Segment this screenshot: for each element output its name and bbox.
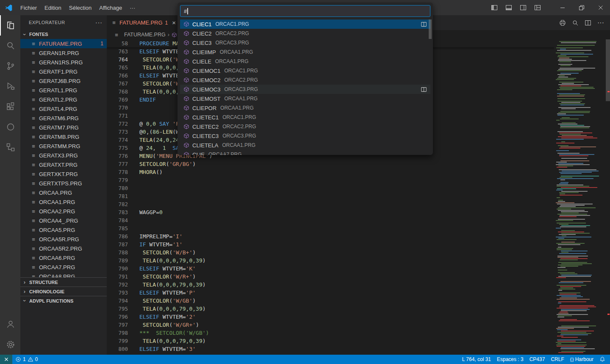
line-number[interactable]: 777 — [107, 160, 128, 168]
toggle-panel-icon[interactable] — [503, 2, 515, 13]
menu-item-3[interactable]: Affichage — [95, 0, 126, 15]
split-editor-icon[interactable] — [585, 19, 591, 26]
editor-scrollbar[interactable] — [606, 39, 610, 355]
explorer-more-actions-icon[interactable]: ··· — [95, 19, 103, 26]
file-item[interactable]: ≡ORCAA5R.PRG — [20, 234, 107, 244]
file-item[interactable]: ≡GERATJ6B.PRG — [20, 76, 107, 85]
quickpick-item[interactable]: CLIEC3ORCAC3.PRG — [180, 38, 430, 47]
quickpick-item[interactable]: CLIETEC3ORCAC3.PRG — [180, 131, 430, 141]
file-item[interactable]: ≡GERATX3.PRG — [20, 151, 107, 160]
menu-item-4[interactable]: ··· — [126, 0, 139, 15]
line-number[interactable]: 785 — [107, 224, 128, 232]
quickpick-item[interactable]: CLIEIIMPORCAA1.PRG — [180, 47, 430, 57]
print-icon[interactable] — [559, 19, 566, 26]
section-fontes[interactable]: › FONTES — [20, 30, 107, 39]
line-number[interactable]: 793 — [107, 289, 128, 297]
line-number[interactable]: 771 — [107, 112, 128, 120]
line-number[interactable]: 778 — [107, 168, 128, 176]
line-number[interactable]: 765 — [107, 63, 128, 72]
line-number[interactable]: 799 — [107, 337, 128, 345]
code-line[interactable]: 788 SETCOLOR('W/B+') — [107, 248, 554, 256]
line-number[interactable]: 790 — [107, 265, 128, 273]
code-line[interactable]: 777SETCOLOR('GR/BG') — [107, 160, 554, 168]
code-line[interactable]: 787IF WTVTEM='1' — [107, 240, 554, 248]
cursor-position[interactable]: L 764, col 31 — [459, 355, 494, 364]
code-line[interactable]: 778MHORA() — [107, 168, 554, 176]
code-line[interactable]: 784 — [107, 216, 554, 224]
line-number[interactable]: 787 — [107, 240, 128, 248]
hierarchy-icon[interactable] — [0, 137, 20, 157]
code-line[interactable]: 790ELSEIF WTVTEM='K' — [107, 265, 554, 273]
line-number[interactable]: 795 — [107, 305, 128, 313]
code-line[interactable]: 786IMPRELIMP='I' — [107, 232, 554, 240]
file-item[interactable]: ≡GERTXKT.PRG — [20, 169, 107, 179]
code-line[interactable]: 793ELSEIF WTVTEM='P' — [107, 289, 554, 297]
line-number[interactable]: 774 — [107, 136, 128, 144]
code-line[interactable]: 795 TELA(0,0,0,79,0,39) — [107, 305, 554, 313]
file-item[interactable]: ≡GERATMB.PRG — [20, 132, 107, 141]
line-number[interactable]: 773 — [107, 128, 128, 136]
code-line[interactable]: 781 — [107, 192, 554, 200]
line-number[interactable]: 769 — [107, 96, 128, 104]
line-number[interactable]: 782 — [107, 200, 128, 208]
line-number[interactable]: 796 — [107, 313, 128, 321]
source-control-icon[interactable] — [0, 56, 20, 76]
section-structure[interactable]: › STRUCTURE — [20, 277, 107, 287]
toggle-secondary-sidebar-icon[interactable] — [517, 2, 529, 13]
quickpick-scrollbar[interactable] — [429, 19, 432, 39]
section-advpl-functions[interactable]: › ADVPL FUNCTIONS — [20, 296, 107, 305]
quickpick-item[interactable]: CLIELEORCAA1.PRG — [180, 57, 430, 66]
quickpick-item[interactable]: CLIEMOC1ORCAC1.PRG — [180, 66, 430, 75]
file-item[interactable]: ≡FATURAME.PRG1 — [20, 39, 107, 48]
menu-item-2[interactable]: Sélection — [65, 0, 95, 15]
file-item[interactable]: ≡ORCAA5R2.PRG — [20, 244, 107, 253]
eol-status[interactable]: CRLF — [548, 355, 567, 364]
code-line[interactable]: 798*** SETCOLOR('W/GB') — [107, 329, 554, 337]
quickpick-item[interactable]: CLIETELAORCAA1.PRG — [180, 141, 430, 150]
file-item[interactable]: ≡ORCAA7.PRG — [20, 262, 107, 272]
file-item[interactable]: ≡GERATM7.PRG — [20, 123, 107, 132]
tab-faturame[interactable]: ≡ FATURAME.PRG 1 × — [107, 15, 180, 30]
line-number[interactable]: 770 — [107, 104, 128, 112]
file-item[interactable]: ≡GERATXT.PRG — [20, 160, 107, 169]
minimize-button[interactable] — [553, 0, 572, 15]
line-number[interactable]: 766 — [107, 72, 128, 80]
quickpick-item[interactable]: CLIEORCAA7.PRG — [180, 150, 430, 155]
file-item[interactable]: ≡GERATL1.PRG — [20, 85, 107, 95]
line-number[interactable]: 798 — [107, 329, 128, 337]
quickpick-item[interactable]: CLIEMOSTORCAA1.PRG — [180, 94, 430, 103]
quickpick-item[interactable]: CLIEC1ORCAC1.PRG — [180, 19, 430, 29]
file-item[interactable]: ≡ORCAA6.PRG — [20, 253, 107, 262]
quickpick-item[interactable]: CLIEC2ORCAC2.PRG — [180, 29, 430, 38]
settings-gear-icon[interactable] — [0, 334, 20, 355]
code-line[interactable]: 794 SETCOLOR('W/GB') — [107, 297, 554, 305]
code-line[interactable]: 783WAGGP=0 — [107, 208, 554, 216]
quickpick-item[interactable]: CLIEMOC2ORCAC2.PRG — [180, 75, 430, 85]
file-item[interactable]: ≡GERAN1RS.PRG — [20, 58, 107, 67]
run-debug-icon[interactable] — [0, 76, 20, 97]
account-icon[interactable] — [0, 314, 20, 334]
line-number[interactable]: 789 — [107, 256, 128, 265]
quickpick-item[interactable]: CLIETEC2ORCAC2.PRG — [180, 122, 430, 131]
more-actions-icon[interactable]: ··· — [597, 19, 604, 27]
file-item[interactable]: ≡GERAN1R.PRG — [20, 48, 107, 58]
encoding-status[interactable]: CP437 — [527, 355, 548, 364]
file-item[interactable]: ≡ORCAA8.PRG — [20, 272, 107, 277]
line-number[interactable]: 767 — [107, 80, 128, 88]
line-number[interactable]: 792 — [107, 281, 128, 289]
extensions-icon[interactable] — [0, 97, 20, 117]
quickpick-item[interactable]: CLIEMOC3ORCAC3.PRG — [180, 85, 430, 94]
line-number[interactable]: 775 — [107, 144, 128, 152]
open-to-side-icon[interactable] — [421, 21, 427, 28]
code-line[interactable]: 782 — [107, 200, 554, 208]
language-mode[interactable]: { }Harbour — [567, 355, 596, 364]
line-number[interactable]: 797 — [107, 321, 128, 329]
code-line[interactable]: 779 — [107, 176, 554, 184]
menu-item-0[interactable]: Fichier — [17, 0, 41, 15]
explorer-activity-icon[interactable] — [0, 15, 20, 36]
file-item[interactable]: ≡ORCAA4_.PRG — [20, 216, 107, 225]
line-number[interactable]: 776 — [107, 152, 128, 160]
line-number[interactable]: 794 — [107, 297, 128, 305]
customize-layout-icon[interactable] — [532, 2, 543, 13]
line-number[interactable]: 786 — [107, 232, 128, 240]
